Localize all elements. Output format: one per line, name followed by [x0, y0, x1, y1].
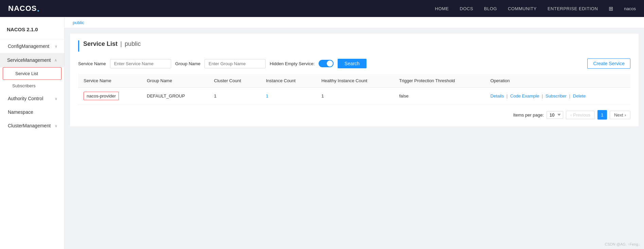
service-management-label: ServiceManagement — [7, 57, 51, 63]
cell-service-name: nacos-provider — [78, 88, 141, 105]
table-row: nacos-provider DEFAULT_GROUP 1 1 1 false… — [78, 88, 630, 105]
create-service-button[interactable]: Create Service — [587, 58, 630, 69]
cell-group-name: DEFAULT_GROUP — [141, 88, 209, 105]
breadcrumb-bar: public — [65, 17, 644, 28]
service-name-input[interactable] — [110, 59, 171, 68]
table-header: Service Name Group Name Cluster Count In… — [78, 74, 630, 88]
group-name-label: Group Name — [175, 61, 200, 66]
service-name-value: nacos-provider — [84, 92, 119, 100]
items-per-page-label: Items per page: — [513, 112, 544, 118]
next-label: Next — [614, 112, 623, 118]
previous-label: Previous — [573, 112, 590, 118]
hidden-empty-toggle[interactable] — [319, 60, 334, 67]
cell-cluster-count: 1 — [209, 88, 261, 105]
service-name-label: Service Name — [78, 61, 106, 66]
logo: NACOS. — [8, 3, 40, 14]
cluster-management-chevron: ∨ — [55, 124, 57, 128]
service-list-label: Service List — [15, 71, 38, 76]
items-per-page-select[interactable]: 10 20 50 — [547, 111, 563, 119]
code-example-link[interactable]: Code Example — [510, 93, 539, 99]
col-trigger-threshold: Trigger Protection Threshold — [394, 74, 485, 88]
title-separator: | — [120, 40, 122, 48]
page-title-subtitle: public — [125, 40, 141, 48]
breadcrumb-public[interactable]: public — [73, 20, 84, 25]
authority-control-label: Authority Control — [8, 96, 43, 101]
delete-link[interactable]: Delete — [573, 93, 586, 99]
sidebar-item-subscribers[interactable]: Subscribers — [0, 80, 64, 92]
cell-trigger-threshold: false — [394, 88, 485, 105]
top-navigation: NACOS. HOME DOCS BLOG COMMUNITY ENTERPRI… — [0, 0, 644, 17]
watermark: CSDN @AG. ↑Feng↓ — [605, 242, 640, 246]
col-service-name: Service Name — [78, 74, 141, 88]
config-management-label: ConfigManagement — [8, 43, 49, 49]
sep-3: | — [569, 93, 570, 99]
logo-dot: . — [37, 3, 40, 14]
sidebar-title: NACOS 2.1.0 — [0, 21, 64, 39]
namespace-label: Namespace — [8, 109, 33, 115]
nav-blog[interactable]: BLOG — [484, 6, 497, 11]
config-management-chevron: ∨ — [55, 44, 57, 49]
table-body: nacos-provider DEFAULT_GROUP 1 1 1 false… — [78, 88, 630, 105]
subscribers-label: Subscribers — [12, 83, 36, 88]
col-cluster-count: Cluster Count — [209, 74, 261, 88]
col-group-name: Group Name — [141, 74, 209, 88]
col-healthy-count: Healthy Instance Count — [316, 74, 394, 88]
sidebar-item-authority-control[interactable]: Authority Control ∨ — [0, 92, 64, 105]
main-content: public Service List | public Service Nam… — [65, 17, 644, 249]
service-management-chevron: ∧ — [54, 58, 57, 63]
content-area: Service List | public Service Name Group… — [70, 34, 639, 126]
service-table: Service Name Group Name Cluster Count In… — [78, 74, 630, 105]
logo-text: NACOS — [8, 4, 37, 13]
filter-bar: Service Name Group Name Hidden Empty Ser… — [78, 58, 630, 69]
current-page: 1 — [597, 110, 607, 120]
details-link[interactable]: Details — [490, 93, 504, 99]
sep-1: | — [506, 93, 507, 99]
cell-healthy-count: 1 — [316, 88, 394, 105]
sidebar: NACOS 2.1.0 ConfigManagement ∨ ServiceMa… — [0, 17, 65, 249]
sidebar-item-config-management[interactable]: ConfigManagement ∨ — [0, 39, 64, 53]
sidebar-item-service-list[interactable]: Service List — [3, 67, 61, 80]
nav-enterprise[interactable]: ENTERPRISE EDITION — [548, 6, 598, 11]
page-title-text: Service List — [83, 40, 118, 48]
nav-links: HOME DOCS BLOG COMMUNITY ENTERPRISE EDIT… — [435, 5, 636, 12]
cell-instance-count: 1 — [261, 88, 316, 105]
previous-chevron: ‹ — [570, 112, 572, 118]
sidebar-item-namespace[interactable]: Namespace — [0, 105, 64, 119]
main-layout: NACOS 2.1.0 ConfigManagement ∨ ServiceMa… — [0, 17, 644, 249]
next-chevron: › — [625, 112, 626, 118]
subscriber-link[interactable]: Subscriber — [545, 93, 567, 99]
user-menu[interactable]: nacos — [624, 6, 636, 11]
toggle-knob — [327, 60, 333, 67]
table-header-row: Service Name Group Name Cluster Count In… — [78, 74, 630, 88]
sep-2: | — [542, 93, 543, 99]
next-button[interactable]: Next › — [610, 111, 630, 119]
group-name-input[interactable] — [204, 59, 266, 68]
pagination-bar: Items per page: 10 20 50 ‹ Previous 1 Ne… — [78, 110, 630, 120]
nav-docs[interactable]: DOCS — [460, 6, 473, 11]
previous-button[interactable]: ‹ Previous — [566, 111, 595, 119]
page-title: Service List | public — [78, 40, 630, 52]
sidebar-item-service-management[interactable]: ServiceManagement ∧ — [0, 53, 64, 67]
nav-home[interactable]: HOME — [435, 6, 449, 11]
hidden-empty-label: Hidden Empty Service: — [270, 61, 315, 66]
col-operation: Operation — [485, 74, 630, 88]
instance-count-value: 1 — [266, 93, 268, 99]
nav-community[interactable]: COMMUNITY — [508, 6, 537, 11]
col-instance-count: Instance Count — [261, 74, 316, 88]
cluster-management-label: ClusterManagement — [8, 123, 51, 128]
expand-icon[interactable]: ⊞ — [609, 5, 613, 12]
cell-operation: Details | Code Example | Subscriber | De… — [485, 88, 630, 105]
sidebar-item-cluster-management[interactable]: ClusterManagement ∨ — [0, 119, 64, 132]
search-button[interactable]: Search — [338, 59, 366, 68]
authority-control-chevron: ∨ — [55, 96, 57, 101]
